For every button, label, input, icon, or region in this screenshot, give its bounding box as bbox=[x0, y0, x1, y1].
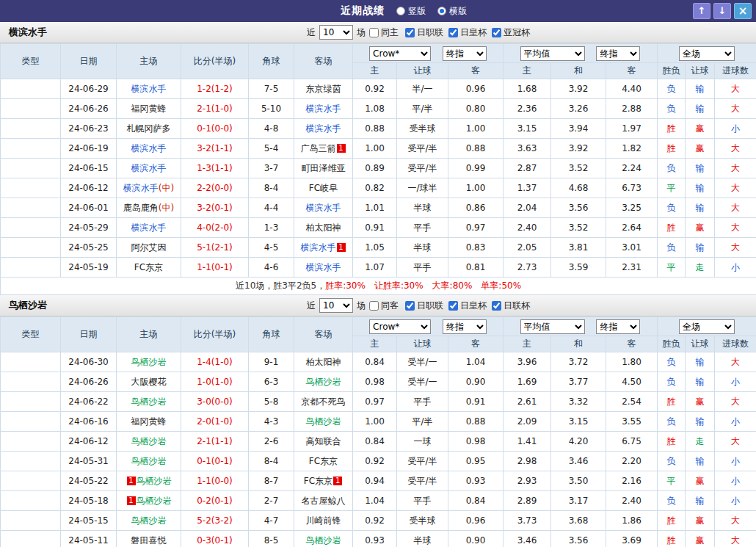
score[interactable]: 1-0(1-0) bbox=[181, 372, 249, 392]
team-link[interactable]: 川崎前锋 bbox=[306, 515, 341, 526]
team-link[interactable]: FC东京 bbox=[134, 262, 163, 272]
same-venue-input[interactable] bbox=[369, 28, 379, 37]
league-checkbox-input[interactable] bbox=[405, 28, 415, 37]
ah-away-odds: 1.04 bbox=[448, 352, 504, 372]
score[interactable]: 0-2(0-1) bbox=[181, 491, 249, 511]
league-checkbox-input[interactable] bbox=[448, 28, 458, 37]
team-link[interactable]: 横滨水手 bbox=[306, 104, 341, 114]
team-link[interactable]: 鸟栖沙岩 bbox=[137, 476, 172, 486]
team-link[interactable]: 鹿岛鹿角 bbox=[123, 203, 159, 213]
score[interactable]: 2-1(1-0) bbox=[181, 99, 249, 119]
team-link[interactable]: 横滨水手 bbox=[306, 262, 341, 272]
final-odds-select[interactable]: 终指 bbox=[596, 319, 640, 334]
team-link[interactable]: 鸟栖沙岩 bbox=[131, 357, 167, 367]
team-link[interactable]: 大阪樱花 bbox=[131, 377, 167, 387]
same-venue-input[interactable] bbox=[369, 301, 379, 311]
score[interactable]: 2-2(0-0) bbox=[181, 178, 249, 198]
team-link[interactable]: 横滨水手 bbox=[131, 163, 167, 173]
average-odds-select[interactable]: 平均值 bbox=[520, 319, 585, 334]
league-checkbox[interactable]: 亚冠杯 bbox=[492, 26, 530, 39]
league-checkbox[interactable]: 日职联 bbox=[405, 26, 443, 39]
full-match-select[interactable]: 全场 bbox=[679, 46, 735, 61]
team-link[interactable]: FC东京 bbox=[309, 456, 338, 466]
team-link[interactable]: 鸟栖沙岩 bbox=[131, 396, 167, 407]
league-checkbox-input[interactable] bbox=[448, 301, 458, 311]
ah-line: 一/球半 bbox=[397, 178, 448, 198]
score[interactable]: 1-4(1-0) bbox=[181, 352, 249, 372]
score[interactable]: 0-3(0-1) bbox=[181, 531, 249, 547]
team-link[interactable]: 阿尔艾因 bbox=[131, 242, 167, 253]
scroll-up-button[interactable]: ↑ bbox=[693, 3, 710, 19]
score[interactable]: 3-2(1-1) bbox=[181, 139, 249, 159]
score[interactable]: 4-0(2-0) bbox=[181, 218, 249, 238]
same-venue-checkbox[interactable]: 同客 bbox=[369, 300, 399, 312]
league-checkbox-input[interactable] bbox=[405, 301, 415, 311]
team-link[interactable]: 鸟栖沙岩 bbox=[131, 515, 167, 526]
league-checkbox-input[interactable] bbox=[492, 28, 501, 37]
score[interactable]: 1-1(0-1) bbox=[181, 258, 249, 278]
team-link[interactable]: 名古屋鲸八 bbox=[302, 496, 346, 506]
score[interactable]: 2-1(1-1) bbox=[181, 432, 249, 452]
score[interactable]: 5-2(3-2) bbox=[181, 511, 249, 531]
league-checkbox[interactable]: 日皇杯 bbox=[448, 300, 487, 312]
same-venue-checkbox[interactable]: 同主 bbox=[369, 26, 399, 39]
score[interactable]: 3-0(0-0) bbox=[181, 392, 249, 412]
asian-handicap-group: Crow* 终指 bbox=[353, 44, 504, 63]
close-button[interactable]: × bbox=[734, 3, 752, 19]
final-odds-select[interactable]: 终指 bbox=[443, 46, 487, 61]
score[interactable]: 0-1(0-0) bbox=[181, 119, 249, 139]
score[interactable]: 5-1(2-1) bbox=[181, 238, 249, 258]
league-checkbox[interactable]: 日联杯 bbox=[492, 300, 530, 312]
team-link[interactable]: 横滨水手 bbox=[301, 242, 336, 253]
league-checkbox[interactable]: 日皇杯 bbox=[448, 26, 487, 39]
team-link[interactable]: 鸟栖沙岩 bbox=[137, 496, 172, 506]
team-link[interactable]: 京都不死鸟 bbox=[302, 396, 346, 407]
team-link[interactable]: 鸟栖沙岩 bbox=[306, 377, 341, 387]
team-link[interactable]: 广岛三箭 bbox=[301, 143, 336, 153]
team-link[interactable]: 横滨水手 bbox=[306, 123, 341, 134]
team-link[interactable]: 柏太阳神 bbox=[306, 357, 341, 367]
team-link[interactable]: 鸟栖沙岩 bbox=[306, 535, 341, 546]
final-odds-select[interactable]: 终指 bbox=[443, 319, 487, 334]
team-link[interactable]: 磐田喜悦 bbox=[131, 535, 167, 546]
team-link[interactable]: 横滨水手 bbox=[123, 183, 159, 193]
eu-home-odds: 2.05 bbox=[504, 238, 551, 258]
average-odds-select[interactable]: 平均值 bbox=[520, 46, 585, 61]
score[interactable]: 0-1(0-1) bbox=[181, 452, 249, 471]
team-link[interactable]: 东京绿茵 bbox=[306, 84, 341, 94]
team-link[interactable]: 札幌冈萨多 bbox=[127, 123, 171, 134]
score[interactable]: 1-1(0-0) bbox=[181, 471, 249, 491]
team-link[interactable]: FC东京 bbox=[304, 476, 332, 486]
score[interactable]: 1-2(1-2) bbox=[181, 79, 249, 99]
team-link[interactable]: 横滨水手 bbox=[131, 143, 167, 153]
scroll-down-button[interactable]: ↓ bbox=[713, 3, 731, 19]
header-group-row: 类型 日期 主场 比分(半场) 角球 客场 Crow* 终指 平均值 终指 全场 bbox=[1, 44, 756, 63]
score[interactable]: 2-0(1-0) bbox=[181, 412, 249, 432]
team-link[interactable]: 横滨水手 bbox=[306, 203, 341, 213]
odds-company-select[interactable]: Crow* bbox=[369, 319, 431, 334]
horizontal-layout-radio[interactable]: 横版 bbox=[437, 5, 467, 18]
team-link[interactable]: 柏太阳神 bbox=[306, 222, 341, 233]
vertical-layout-radio[interactable]: 竖版 bbox=[396, 5, 426, 18]
team-link[interactable]: 町田泽维亚 bbox=[302, 163, 346, 173]
team-link[interactable]: 福冈黄蜂 bbox=[131, 104, 167, 114]
match-date: 24-05-15 bbox=[61, 511, 117, 531]
league-checkbox-input[interactable] bbox=[492, 301, 501, 311]
team-link[interactable]: 鸟栖沙岩 bbox=[306, 416, 341, 427]
match-count-select[interactable]: 10 bbox=[319, 25, 353, 40]
match-count-select[interactable]: 10 bbox=[319, 298, 353, 313]
league-checkbox[interactable]: 日职联 bbox=[405, 300, 443, 312]
ah-away-odds: 0.86 bbox=[448, 198, 504, 218]
score[interactable]: 1-3(1-1) bbox=[181, 159, 249, 178]
team-link[interactable]: 高知联合 bbox=[306, 436, 341, 446]
team-link[interactable]: FC岐阜 bbox=[309, 183, 338, 193]
score[interactable]: 3-2(0-1) bbox=[181, 198, 249, 218]
team-link[interactable]: 福冈黄蜂 bbox=[131, 416, 167, 427]
team-link[interactable]: 鸟栖沙岩 bbox=[131, 436, 167, 446]
team-link[interactable]: 横滨水手 bbox=[131, 222, 167, 233]
full-match-select[interactable]: 全场 bbox=[679, 319, 735, 334]
team-link[interactable]: 横滨水手 bbox=[131, 84, 167, 94]
odds-company-select[interactable]: Crow* bbox=[369, 46, 431, 61]
final-odds-select[interactable]: 终指 bbox=[596, 46, 640, 61]
team-link[interactable]: 鸟栖沙岩 bbox=[131, 456, 167, 466]
